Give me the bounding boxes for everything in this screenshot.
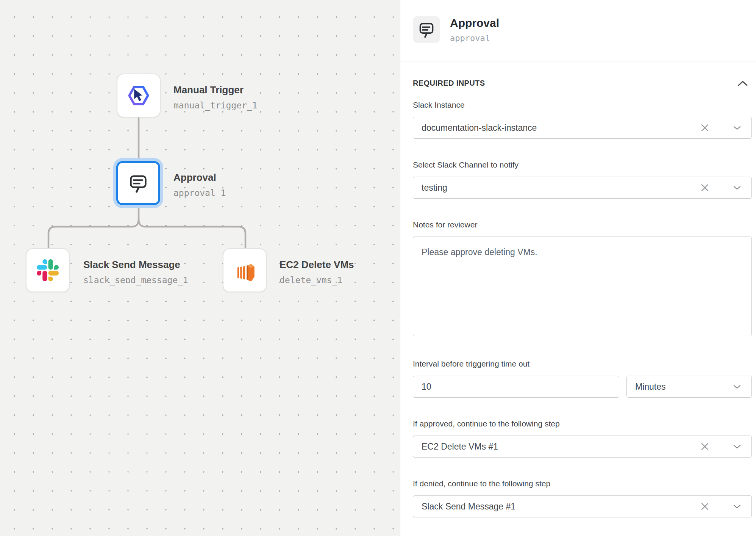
field-label: Select Slack Channel to notify <box>413 160 751 169</box>
workflow-builder-app: Manual Trigger manual_trigger_1 Approval… <box>0 0 756 536</box>
node-slack-send-message[interactable] <box>26 248 70 292</box>
section-title: REQUIRED INPUTS <box>413 79 485 88</box>
interval-unit-value: Minutes <box>627 382 731 392</box>
node-slack-labels: Slack Send Message slack_send_message_1 <box>83 259 188 285</box>
node-manual-trigger-labels: Manual Trigger manual_trigger_1 <box>173 84 258 110</box>
field-slack-instance: Slack Instance <box>413 100 751 139</box>
slack-channel-value[interactable] <box>413 177 698 198</box>
panel-header: Approval approval <box>400 0 756 61</box>
chevron-up-icon[interactable] <box>736 79 749 88</box>
field-label: Interval before triggering time out <box>413 359 751 368</box>
panel-title: Approval <box>450 17 499 30</box>
node-id: approval_1 <box>173 188 226 198</box>
approval-icon <box>418 21 435 38</box>
node-manual-trigger[interactable] <box>117 74 161 118</box>
node-title: Manual Trigger <box>173 84 258 96</box>
interval-value[interactable] <box>413 376 619 397</box>
field-label: If approved, continue to the following s… <box>413 419 751 428</box>
chevron-down-icon[interactable] <box>731 502 743 511</box>
field-if-denied: If denied, continue to the following ste… <box>413 479 751 517</box>
approval-node-icon <box>128 173 148 193</box>
field-slack-channel: Select Slack Channel to notify <box>413 160 751 199</box>
slack-channel-select[interactable] <box>413 177 752 199</box>
chevron-down-icon[interactable] <box>731 183 743 192</box>
clear-icon[interactable] <box>698 121 711 134</box>
interval-unit-select[interactable]: Minutes <box>626 376 752 398</box>
field-label: If denied, continue to the following ste… <box>413 479 751 488</box>
if-denied-value[interactable] <box>413 496 698 517</box>
node-ec2-delete-vms[interactable] <box>223 248 267 292</box>
field-interval: Interval before triggering time out Minu… <box>413 359 751 398</box>
node-id: delete_vms_1 <box>280 275 354 285</box>
node-id: slack_send_message_1 <box>83 275 188 285</box>
field-label: Notes for reviewer <box>413 220 751 229</box>
workflow-canvas[interactable]: Manual Trigger manual_trigger_1 Approval… <box>0 0 400 536</box>
slack-instance-value[interactable] <box>413 117 698 138</box>
chevron-down-icon[interactable] <box>731 124 743 132</box>
slack-icon <box>37 259 59 281</box>
required-inputs-section-header: REQUIRED INPUTS <box>413 79 751 88</box>
if-approved-value[interactable] <box>413 436 698 457</box>
node-title: EC2 Delete VMs <box>280 259 354 270</box>
notes-textarea[interactable]: Please approve deleting VMs. <box>413 237 752 336</box>
interval-number-box[interactable] <box>413 376 619 398</box>
clear-icon[interactable] <box>698 500 711 513</box>
field-label: Slack Instance <box>413 100 751 110</box>
chevron-down-icon[interactable] <box>731 382 743 391</box>
if-denied-select[interactable] <box>413 495 752 517</box>
field-if-approved: If approved, continue to the following s… <box>413 419 751 458</box>
slack-instance-select[interactable] <box>413 117 752 139</box>
node-id: manual_trigger_1 <box>173 100 258 110</box>
node-title: Approval <box>173 172 226 183</box>
clear-icon[interactable] <box>698 440 711 453</box>
chevron-down-icon[interactable] <box>731 442 743 451</box>
manual-trigger-icon <box>127 84 150 107</box>
approval-step-icon-tile <box>413 16 440 43</box>
clear-icon[interactable] <box>698 181 711 194</box>
if-approved-select[interactable] <box>413 436 752 458</box>
field-notes: Notes for reviewer Please approve deleti… <box>413 220 751 338</box>
node-title: Slack Send Message <box>83 259 188 270</box>
node-approval[interactable] <box>116 161 160 205</box>
node-ec2-labels: EC2 Delete VMs delete_vms_1 <box>280 259 354 285</box>
panel-subtitle: approval <box>450 33 499 43</box>
step-config-panel: Approval approval REQUIRED INPUTS Slack … <box>400 0 756 536</box>
ec2-icon <box>233 259 256 282</box>
node-approval-labels: Approval approval_1 <box>173 172 226 198</box>
